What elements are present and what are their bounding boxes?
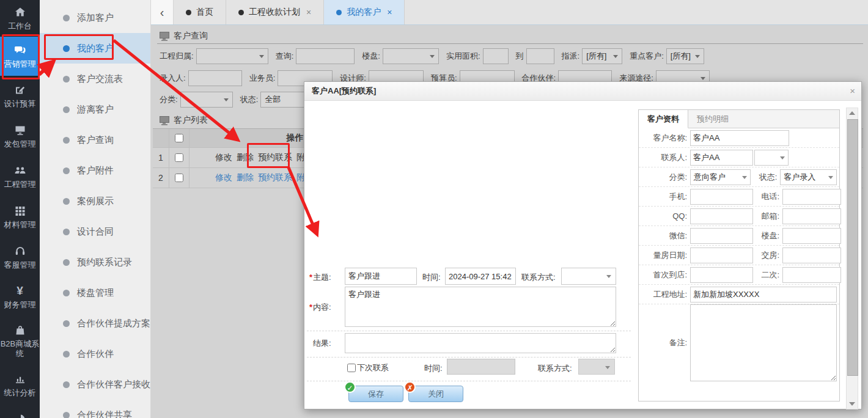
customer-name-input[interactable] — [690, 130, 789, 146]
sidebar-item-finance[interactable]: ¥ 财务管理 — [0, 277, 40, 317]
menu-item-customer-query[interactable]: 客户查询 — [40, 125, 150, 155]
select-all-checkbox[interactable] — [175, 134, 183, 142]
sidebar-item-engineering[interactable]: 工程管理 — [0, 156, 40, 197]
subject-input[interactable] — [345, 268, 417, 285]
address-input[interactable] — [690, 287, 837, 302]
op-link-appointment[interactable]: 预约联系 — [258, 152, 292, 163]
app-root: 工作台 营销管理 设计预算 发包管理 工程管理 材料管理 客服管理 ¥ 财务管理 — [0, 0, 868, 418]
menu-item-case-display[interactable]: 案例展示 — [40, 186, 150, 216]
sidebar-item-materials[interactable]: 材料管理 — [0, 197, 40, 237]
tabs-back-button[interactable]: ‹ — [151, 0, 174, 24]
scroll-up-icon[interactable] — [847, 108, 858, 118]
op-link-modify[interactable]: 修改 — [215, 152, 232, 163]
op-link-delete[interactable]: 删除 — [237, 152, 254, 163]
field-row-name: 客户名称: — [639, 128, 839, 148]
menu-item-floating-customers[interactable]: 游离客户 — [40, 94, 150, 125]
next-contact-checkbox[interactable] — [347, 364, 356, 372]
menu-item-customer-exchange[interactable]: 客户交流表 — [40, 64, 150, 94]
bullet-icon — [63, 229, 70, 235]
menu-item-design-contract[interactable]: 设计合同 — [40, 216, 150, 247]
sidebar-item-workbench[interactable]: 工作台 — [0, 0, 40, 37]
contact-method-select[interactable] — [561, 268, 616, 285]
query-input[interactable] — [296, 48, 355, 64]
category-select[interactable] — [180, 92, 233, 108]
area-to-input[interactable] — [526, 48, 554, 64]
bullet-icon — [63, 412, 70, 418]
category-select[interactable]: 意向客户 — [690, 169, 751, 185]
content-textarea[interactable]: 客户跟进 — [345, 287, 616, 327]
op-link-delete[interactable]: 删除 — [237, 172, 254, 183]
menu-item-building-management[interactable]: 楼盘管理 — [40, 277, 150, 308]
result-textarea[interactable] — [345, 333, 616, 353]
contact-person-input[interactable] — [690, 150, 753, 166]
divider — [157, 43, 863, 44]
area-from-input[interactable] — [483, 48, 509, 64]
menu-item-partner-share[interactable]: 合作伙伴共享 — [40, 400, 150, 418]
bullet-icon — [63, 198, 70, 205]
sidebar-item-label: 材料管理 — [4, 220, 36, 230]
row-checkbox[interactable] — [175, 174, 183, 182]
scroll-down-icon[interactable] — [847, 399, 858, 409]
qq-input[interactable] — [690, 208, 753, 224]
sidebar-item-label: 统计分析 — [4, 388, 36, 398]
close-button[interactable]: ✗ 关闭 — [408, 386, 463, 402]
dialog-close-icon[interactable]: × — [850, 86, 855, 97]
menu-item-partner-commission[interactable]: 合作伙伴提成方案 — [40, 308, 150, 339]
address-label: 工程地址: — [639, 289, 690, 300]
sidebar-item-marketing[interactable]: 营销管理 — [0, 37, 40, 76]
sidebar-item-design-budget[interactable]: 设计预算 — [0, 76, 40, 116]
menu-item-customer-attachments[interactable]: 客户附件 — [40, 155, 150, 186]
tab-customer-info[interactable]: 客户资料 — [639, 110, 688, 128]
query-label: 查询: — [276, 51, 294, 62]
menu-item-my-customers[interactable]: 我的客户 — [40, 33, 150, 64]
status-select[interactable]: 客户录入 — [780, 169, 837, 185]
check-icon: ✓ — [344, 381, 356, 393]
second-visit-input[interactable] — [782, 267, 841, 283]
menu-item-partners[interactable]: 合作伙伴 — [40, 339, 150, 369]
save-button[interactable]: ✓ 保存 — [348, 386, 403, 402]
sidebar-item-customer-service[interactable]: 客服管理 — [0, 237, 40, 277]
bullet-icon — [63, 45, 70, 52]
vip-select[interactable]: [所有] — [666, 48, 704, 64]
row-checkbox[interactable] — [175, 153, 183, 162]
delivery-input[interactable] — [782, 248, 841, 263]
tab-appointment-detail[interactable]: 预约明细 — [688, 110, 737, 128]
row-number: 1 — [153, 148, 169, 167]
mobile-input[interactable] — [690, 189, 753, 205]
op-link-appointment[interactable]: 预约联系 — [258, 172, 292, 183]
sidebar-item-more[interactable] — [0, 405, 40, 418]
modal-scrollbar[interactable] — [846, 108, 858, 409]
measure-date-input[interactable] — [690, 248, 753, 263]
sidebar-item-b2b-mall[interactable]: B2B商城系统 — [0, 317, 40, 365]
sidebar-item-outsourcing[interactable]: 发包管理 — [0, 116, 40, 156]
tab-close-icon[interactable]: × — [387, 7, 392, 17]
contact-person-select[interactable] — [754, 150, 789, 166]
tab-close-icon[interactable]: × — [306, 7, 311, 17]
assign-select[interactable]: [所有] — [582, 48, 622, 64]
sidebar-item-label: 财务管理 — [4, 300, 36, 310]
phone-input[interactable] — [782, 189, 841, 205]
first-visit-input[interactable] — [690, 267, 753, 283]
dialog-title: 客户AA[预约联系] — [304, 82, 861, 101]
email-input[interactable] — [782, 208, 841, 224]
tab-home[interactable]: 首页 — [174, 0, 226, 24]
tab-dot-icon — [186, 10, 191, 15]
recorder-input[interactable] — [188, 70, 242, 86]
menu-item-add-customer[interactable]: 添加客户 — [40, 2, 150, 33]
time-input[interactable] — [445, 268, 516, 285]
tab-my-customers[interactable]: 我的客户 × — [324, 0, 405, 24]
chevron-down-icon — [430, 55, 435, 58]
building-input[interactable] — [782, 228, 841, 244]
menu-item-partner-customer-receive[interactable]: 合作伙伴客户接收 — [40, 369, 150, 400]
sidebar-item-statistics[interactable]: 统计分析 — [0, 365, 40, 405]
remark-textarea[interactable] — [690, 304, 837, 381]
building-label: 楼盘: — [362, 51, 380, 62]
tab-project-payment-plan[interactable]: 工程收款计划 × — [226, 0, 324, 24]
op-link-modify[interactable]: 修改 — [215, 172, 232, 183]
building-select[interactable] — [383, 48, 439, 64]
scrollbar-thumb[interactable] — [847, 119, 858, 376]
next-time-label: 时间: — [424, 363, 443, 374]
wechat-input[interactable] — [690, 228, 753, 244]
project-owner-select[interactable] — [196, 48, 268, 64]
menu-item-appointment-records[interactable]: 预约联系记录 — [40, 247, 150, 277]
